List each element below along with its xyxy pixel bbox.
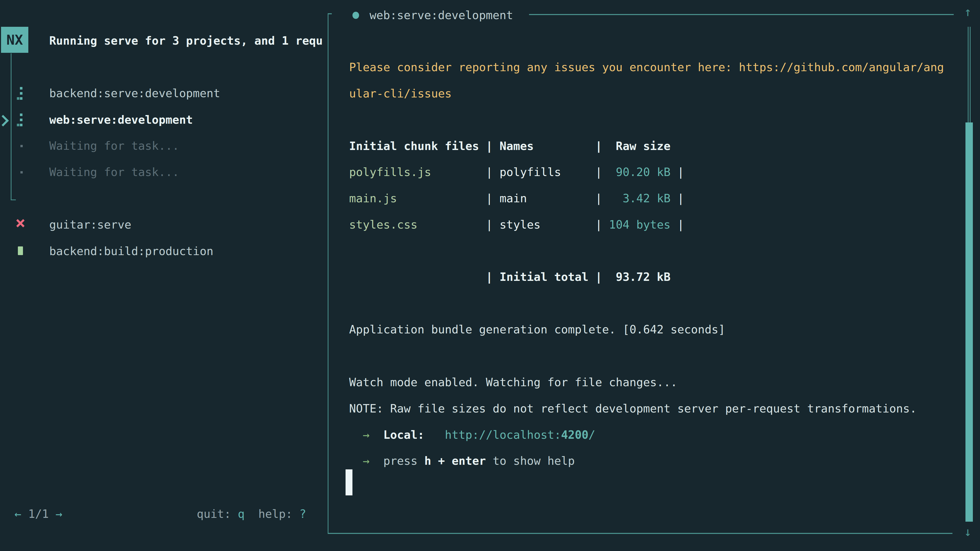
chunk-size: 104 bytes [602,218,670,231]
issue-report-link-line1[interactable]: Please consider reporting any issues you… [349,54,944,80]
indent [349,428,363,441]
output-panel-title: web:serve:development [369,2,513,28]
chunk-row-tail: | [670,192,684,205]
sidebar-item-web-serve-selected[interactable]: web:serve:development [49,107,193,133]
chunk-table-row: polyfills.js | polyfills | 90.20 kB | [349,159,684,185]
sidebar-item-backend-build[interactable]: backend:build:production [49,238,213,264]
nx-logo: NX [1,27,28,53]
arrow-right-icon: → [363,454,370,467]
chunk-name: | styles | [417,218,602,231]
chunk-table-header: Initial chunk files | Names | Raw size [349,133,670,159]
pager-spacer [49,507,56,520]
url-slash[interactable]: / [589,428,595,441]
gap [369,454,383,467]
bundle-complete-line: Application bundle generation complete. … [349,317,725,343]
help-hint-label: help: [245,507,299,520]
keyboard-hints: quit: q help: ? [197,501,306,527]
failed-x-icon [16,219,24,227]
gap [425,428,445,441]
press-post-text: to show help [486,454,575,467]
issue-report-link-line2[interactable]: ular-cli/issues [349,81,452,106]
nx-terminal-ui: NX Running serve for 3 projects, and 1 r… [0,0,980,551]
chunk-file: main.js [349,192,397,205]
chunk-row-tail: | [670,165,684,179]
pager-prev-arrow-icon[interactable]: ← [14,507,21,520]
help-key: ? [299,507,306,520]
press-pre-text: press [383,454,425,467]
selection-chevron-icon [0,115,9,126]
note-line: NOTE: Raw file sizes do not reflect deve… [349,395,917,422]
sidebar-item-waiting-2: Waiting for task... [49,159,179,185]
indent [349,454,363,467]
localhost-url-link[interactable]: http://localhost:4200/ [445,428,595,441]
gap [369,428,383,441]
chunk-file: polyfills.js [349,165,431,179]
success-square-icon [18,246,23,255]
task-group-guide-line [11,53,11,200]
scroll-down-arrow-icon[interactable]: ↓ [964,524,972,539]
chunk-row-tail: | [670,218,684,231]
chunk-file: styles.css [349,218,417,231]
watch-mode-line: Watch mode enabled. Watching for file ch… [349,369,677,395]
quit-hint-label: quit: [197,507,238,520]
panel-border-bottom [328,533,953,534]
chunk-size: 90.20 kB [602,165,670,179]
local-label: Local: [383,428,425,441]
url-host[interactable]: http://localhost: [445,428,561,441]
url-port[interactable]: 4200 [561,428,589,441]
sidebar-title: Running serve for 3 projects, and 1 requ [49,28,323,54]
sidebar-item-waiting-1: Waiting for task... [49,133,179,159]
chunk-name: | main | [397,192,602,205]
arrow-right-icon: → [363,428,370,441]
spinner-icon [17,114,22,126]
press-keys: h + enter [425,454,486,467]
chunk-name: | polyfills | [431,165,602,179]
scrollbar-thumb[interactable] [966,122,973,522]
chunk-table-total-row: | Initial total | 93.72 kB [349,264,670,290]
chunk-size: 3.42 kB [602,192,670,205]
panel-border-left [328,13,328,534]
pager: ← 1/1 → [14,501,62,527]
running-bullet-icon [352,12,359,19]
sidebar-item-backend-serve[interactable]: backend:serve:development [49,80,220,106]
chunk-table-row: main.js | main | 3.42 kB | [349,186,684,211]
local-url-line: → Local: http://localhost:4200/ [349,422,595,448]
pager-position: 1/1 [28,507,49,520]
sidebar-item-guitar-serve[interactable]: guitar:serve [49,212,131,238]
chunk-table-row: styles.css | styles | 104 bytes | [349,212,684,238]
terminal-cursor[interactable] [345,469,352,495]
task-sidebar: NX Running serve for 3 projects, and 1 r… [0,0,328,551]
task-group-guide-corner [11,200,16,200]
quit-key: q [238,507,245,520]
panel-title-rule [529,14,954,15]
pager-next-arrow-icon[interactable]: → [56,507,62,520]
press-help-line: → press h + enter to show help [349,448,575,474]
spinner-icon [17,87,22,100]
pager-spacer [21,507,28,520]
pending-dot-icon [21,171,23,173]
scroll-up-arrow-icon[interactable]: ↑ [964,5,972,19]
pending-dot-icon [21,145,23,147]
